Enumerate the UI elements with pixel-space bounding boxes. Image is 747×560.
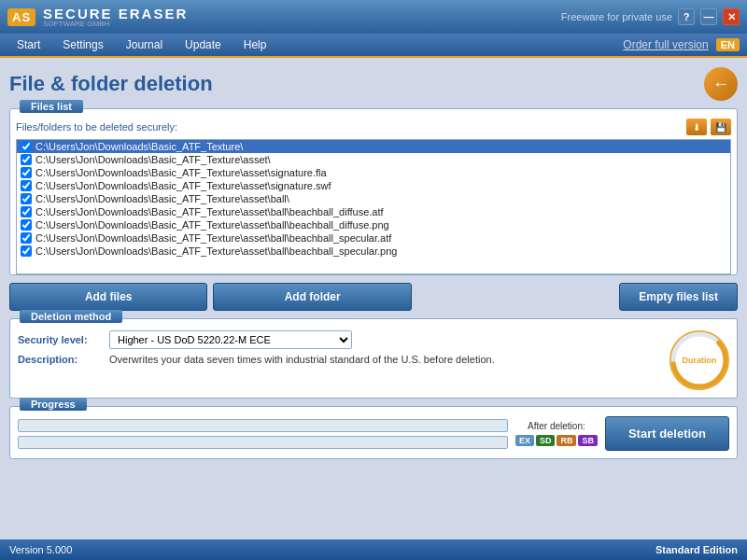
buttons-row: Add files Add folder Empty files list (9, 283, 738, 311)
files-label-text: Files/folders to be deleted securely: (16, 121, 177, 133)
file-checkbox[interactable] (21, 141, 32, 152)
menu-right: Order full version EN (623, 38, 740, 51)
file-checkbox[interactable] (21, 219, 32, 231)
back-button[interactable]: ← (704, 67, 738, 101)
file-path: C:\Users\Jon\Downloads\Basic_ATF_Texture… (35, 219, 389, 231)
file-item[interactable]: C:\Users\Jon\Downloads\Basic_ATF_Texture… (17, 140, 730, 153)
deletion-section-title: Deletion method (20, 310, 122, 323)
start-deletion-button[interactable]: Start deletion (605, 416, 729, 451)
menu-left: Start Settings Journal Update Help (7, 36, 275, 53)
main-wrapper: File & folder deletion ← Files list File… (0, 58, 747, 560)
badge-ex: EX (515, 435, 534, 446)
files-label-icons: ⬇ 💾 (686, 119, 731, 135)
close-button[interactable]: ✕ (723, 8, 740, 25)
duration-label: Duration (683, 356, 717, 365)
after-deletion: After deletion: EX SD RB SB (515, 421, 598, 446)
file-path: C:\Users\Jon\Downloads\Basic_ATF_Texture… (35, 193, 289, 204)
menu-journal[interactable]: Journal (117, 36, 172, 53)
page-title: File & folder deletion (9, 72, 213, 96)
menu-help[interactable]: Help (234, 36, 276, 53)
title-bar-right: Freeware for private use ? — ✕ (561, 8, 740, 25)
file-checkbox[interactable] (21, 193, 32, 204)
status-version: Version 5.000 (9, 544, 72, 555)
freeware-text: Freeware for private use (561, 11, 672, 22)
import-icon-btn[interactable]: ⬇ (686, 119, 707, 135)
add-folder-button[interactable]: Add folder (213, 283, 411, 311)
status-bar: Version 5.000 Standard Edition (0, 539, 747, 560)
file-checkbox[interactable] (21, 167, 32, 178)
badge-sd: SD (536, 435, 556, 446)
menu-bar: Start Settings Journal Update Help Order… (0, 34, 747, 58)
file-item[interactable]: C:\Users\Jon\Downloads\Basic_ATF_Texture… (17, 218, 730, 231)
file-path: C:\Users\Jon\Downloads\Basic_ATF_Texture… (35, 232, 391, 244)
files-label: Files/folders to be deleted securely: ⬇ … (16, 119, 731, 135)
file-path: C:\Users\Jon\Downloads\Basic_ATF_Texture… (35, 154, 271, 165)
empty-files-list-button[interactable]: Empty files list (619, 283, 738, 311)
file-path: C:\Users\Jon\Downloads\Basic_ATF_Texture… (35, 245, 397, 257)
app-logo: AS (7, 8, 35, 26)
progress-section: Progress After deletion: EX SD RB SB Sta… (9, 406, 738, 459)
security-level-label: Security level: (18, 334, 102, 345)
description-label: Description: (18, 354, 102, 365)
progress-bar-1-outer (18, 419, 508, 432)
file-item[interactable]: C:\Users\Jon\Downloads\Basic_ATF_Texture… (17, 153, 730, 166)
file-path: C:\Users\Jon\Downloads\Basic_ATF_Texture… (35, 206, 384, 217)
order-link[interactable]: Order full version (623, 38, 708, 51)
files-section: Files list Files/folders to be deleted s… (9, 108, 738, 275)
file-item[interactable]: C:\Users\Jon\Downloads\Basic_ATF_Texture… (17, 205, 730, 218)
language-badge[interactable]: EN (716, 38, 740, 51)
add-files-button[interactable]: Add files (9, 283, 207, 311)
progress-section-title: Progress (20, 398, 87, 411)
title-bar-left: AS SECURE ERASER SOFTWARE GMBH (7, 6, 188, 28)
title-bar: AS SECURE ERASER SOFTWARE GMBH Freeware … (0, 0, 747, 34)
progress-bars (18, 419, 508, 449)
file-checkbox[interactable] (21, 154, 32, 165)
security-level-row: Security level: Lower - Simple overwriti… (18, 330, 662, 349)
deletion-section: Deletion method Security level: Lower - … (9, 318, 738, 399)
badge-rb: RB (557, 435, 576, 446)
save-icon-btn[interactable]: 💾 (711, 119, 731, 135)
file-path: C:\Users\Jon\Downloads\Basic_ATF_Texture… (35, 141, 243, 152)
file-item[interactable]: C:\Users\Jon\Downloads\Basic_ATF_Texture… (17, 192, 730, 205)
menu-settings[interactable]: Settings (53, 36, 112, 53)
file-checkbox[interactable] (21, 232, 32, 244)
file-item[interactable]: C:\Users\Jon\Downloads\Basic_ATF_Texture… (17, 231, 730, 245)
file-item[interactable]: C:\Users\Jon\Downloads\Basic_ATF_Texture… (17, 245, 730, 258)
description-text: Overwrites your data seven times with in… (109, 354, 495, 365)
after-deletion-label: After deletion: (528, 421, 585, 431)
file-item[interactable]: C:\Users\Jon\Downloads\Basic_ATF_Texture… (17, 179, 730, 192)
menu-update[interactable]: Update (176, 36, 231, 53)
files-section-title: Files list (20, 100, 83, 113)
after-deletion-badges: EX SD RB SB (515, 435, 598, 446)
minimize-button[interactable]: — (700, 8, 717, 25)
status-edition: Standard Edition (655, 544, 738, 555)
progress-bar-2-outer (18, 436, 508, 449)
file-checkbox[interactable] (21, 206, 32, 217)
page-header: File & folder deletion ← (9, 67, 738, 101)
security-level-select[interactable]: Lower - Simple overwritingMedium - US Do… (109, 330, 352, 349)
help-button[interactable]: ? (678, 8, 695, 25)
deletion-fields: Security level: Lower - Simple overwriti… (18, 330, 662, 370)
description-row: Description: Overwrites your data seven … (18, 354, 662, 365)
menu-start[interactable]: Start (7, 36, 49, 53)
files-list-box[interactable]: C:\Users\Jon\Downloads\Basic_ATF_Texture… (16, 139, 731, 274)
badge-sb: SB (578, 435, 598, 446)
file-checkbox[interactable] (21, 180, 32, 191)
file-path: C:\Users\Jon\Downloads\Basic_ATF_Texture… (35, 180, 331, 191)
app-subtitle: SOFTWARE GMBH (43, 20, 188, 28)
file-path: C:\Users\Jon\Downloads\Basic_ATF_Texture… (35, 167, 327, 178)
file-checkbox[interactable] (21, 245, 32, 257)
duration-circle: Duration (669, 330, 729, 390)
deletion-inner: Security level: Lower - Simple overwriti… (18, 330, 729, 390)
file-item[interactable]: C:\Users\Jon\Downloads\Basic_ATF_Texture… (17, 166, 730, 179)
